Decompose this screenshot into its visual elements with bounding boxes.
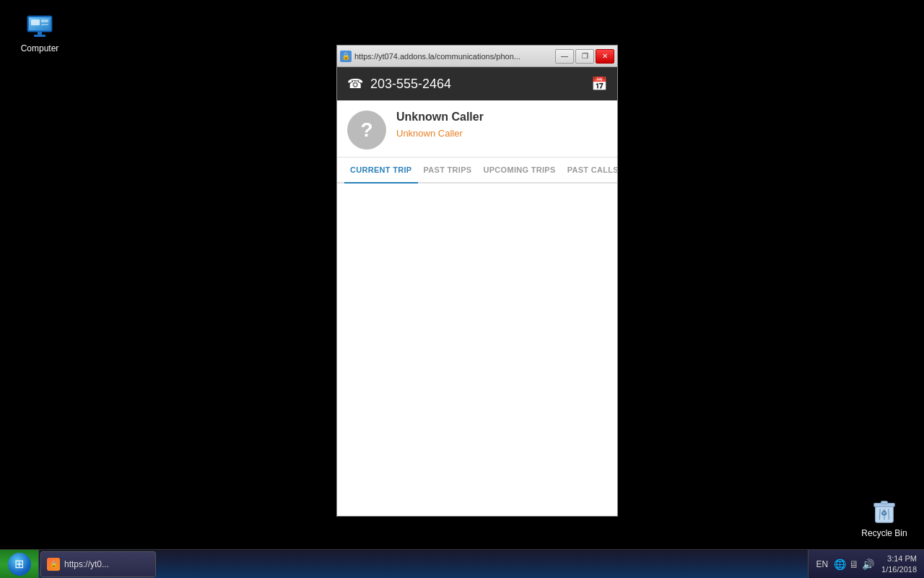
phone-header: ☎ 203-555-2464 📅 [337, 67, 617, 100]
recycle-bin-label: Recycle Bin [861, 528, 907, 538]
restore-button[interactable]: ❐ [575, 49, 594, 64]
svg-rect-3 [31, 20, 40, 25]
title-bar: 🔒 https://yt074.addons.la/communications… [337, 46, 617, 67]
svg-rect-6 [38, 32, 42, 35]
caller-name: Unknown Caller [396, 111, 484, 124]
app-favicon: 🔒 [50, 561, 58, 568]
recycle-bin-icon[interactable]: ♻ Recycle Bin [859, 496, 910, 538]
content-area [337, 184, 617, 516]
tab-past-calls[interactable]: PAST CALLS [562, 158, 624, 184]
taskbar-system-icons: 🌐 🖥 🔊 [834, 558, 874, 570]
unknown-caller-icon: ? [360, 120, 372, 140]
tabs-bar: CURRENT TRIP PAST TRIPS UPCOMING TRIPS P… [337, 158, 617, 184]
taskbar-app-browser[interactable]: 🔒 https://yt0... [40, 551, 156, 577]
svg-rect-10 [881, 501, 888, 504]
desktop: Computer ♻ Recycle Bin 🔒 https://yt074.a… [0, 0, 924, 578]
close-button[interactable]: ✕ [596, 49, 614, 64]
svg-text:♻: ♻ [881, 509, 888, 517]
calendar-icon[interactable]: 📅 [591, 76, 607, 92]
taskbar-monitor-icon: 🖥 [849, 558, 859, 570]
taskbar: ⊞ 🔒 https://yt0... EN 🌐 🖥 🔊 3:14 PM 1/16… [0, 549, 924, 578]
svg-rect-5 [41, 24, 48, 25]
taskbar-app-label: https://yt0... [64, 559, 109, 569]
tab-past-trips[interactable]: PAST TRIPS [418, 158, 478, 184]
browser-window: 🔒 https://yt074.addons.la/communications… [336, 45, 618, 517]
browser-favicon: 🔒 [340, 51, 352, 62]
caller-subtitle: Unknown Caller [396, 128, 484, 139]
computer-icon [25, 14, 54, 40]
url-bar[interactable]: https://yt074.addons.la/communications/p… [354, 52, 552, 61]
windows-logo-icon: ⊞ [14, 557, 24, 571]
taskbar-language: EN [816, 559, 828, 569]
desktop-icon-computer[interactable]: Computer [14, 14, 65, 53]
taskbar-clock: 3:14 PM 1/16/2018 [881, 553, 917, 576]
phone-icon: ☎ [347, 76, 363, 92]
taskbar-app-icon: 🔒 [47, 558, 60, 571]
clock-date: 1/16/2018 [881, 564, 917, 575]
taskbar-right: EN 🌐 🖥 🔊 3:14 PM 1/16/2018 [808, 550, 924, 578]
caller-info: Unknown Caller Unknown Caller [396, 111, 484, 139]
recycle-bin-image: ♻ [870, 496, 899, 525]
caller-avatar: ? [347, 111, 386, 150]
svg-line-11 [879, 509, 880, 519]
clock-time: 3:14 PM [881, 553, 917, 564]
tab-upcoming-trips[interactable]: UPCOMING TRIPS [477, 158, 561, 184]
svg-rect-7 [34, 35, 45, 37]
phone-number: 203-555-2464 [370, 77, 591, 92]
window-controls: — ❐ ✕ [555, 49, 614, 64]
taskbar-globe-icon: 🌐 [834, 558, 846, 570]
start-orb: ⊞ [8, 553, 31, 576]
svg-line-13 [889, 509, 889, 519]
minimize-button[interactable]: — [555, 49, 574, 64]
desktop-icon-label: Computer [21, 43, 59, 53]
tab-current-trip[interactable]: CURRENT TRIP [344, 158, 418, 184]
taskbar-volume-icon: 🔊 [862, 558, 874, 570]
svg-rect-4 [41, 20, 48, 22]
start-button[interactable]: ⊞ [0, 550, 39, 579]
caller-section: ? Unknown Caller Unknown Caller [337, 100, 617, 158]
